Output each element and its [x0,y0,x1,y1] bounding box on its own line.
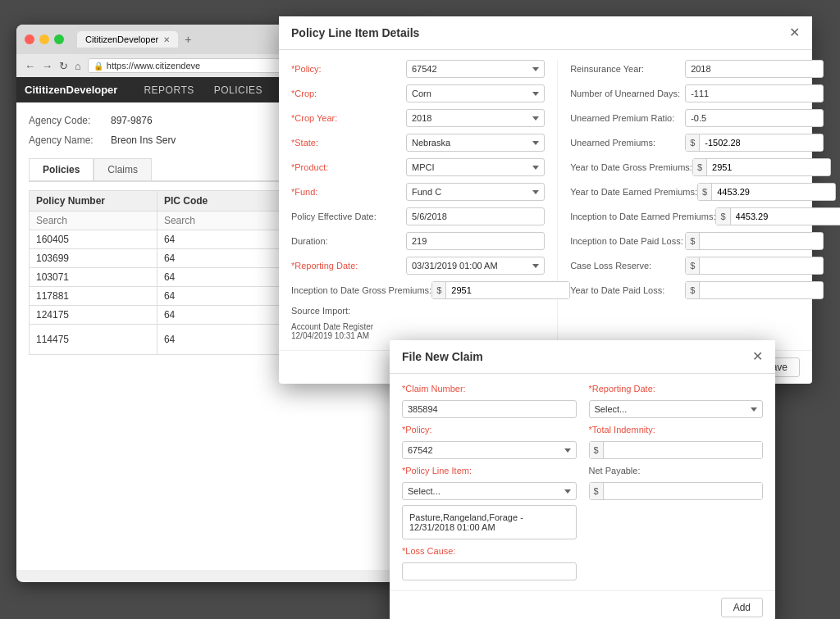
loss-cause-input[interactable] [402,562,577,580]
state-field-row: *State: Nebraska [291,134,545,152]
unearned-ratio-input[interactable] [685,109,824,127]
claim-policy-select[interactable]: 67542 [402,441,577,459]
claim-policy-row: *Policy: [402,425,577,435]
unearned-days-label: Number of Unearned Days: [570,89,685,98]
pic-code: 64 [157,287,283,306]
forward-button[interactable]: → [42,60,52,72]
unearned-premiums-label: Unearned Premiums: [570,138,685,148]
search-pic-input[interactable] [164,215,276,226]
claim-reporting-date-row: *Reporting Date: [589,384,764,394]
policy-link[interactable]: 114475 [30,325,158,355]
ytd-paid-row: Year to Date Paid Loss: $ [570,281,824,299]
search-policy-input[interactable] [36,215,150,226]
tab-label: CititizenDeveloper [85,34,158,44]
policy-link[interactable]: 103071 [30,268,158,287]
crop-select[interactable]: Corn [406,84,545,102]
policy-field-label: *Policy: [291,64,406,74]
back-button[interactable]: ← [25,60,35,72]
url-text: https://www.citizendeve [107,61,200,71]
policy-link[interactable]: 103699 [30,249,158,268]
product-select[interactable]: MPCI [406,158,545,176]
case-loss-value[interactable] [700,257,823,274]
maximize-traffic-light[interactable] [54,34,64,44]
unearned-premiums-row: Unearned Premiums: $ [570,134,824,152]
duration-input[interactable] [406,232,545,250]
ytd-earned-input: $ [697,183,836,201]
crop-year-field-row: *Crop Year: 2018 [291,109,545,127]
claim-modal-close-button[interactable]: ✕ [752,350,763,363]
reporting-date-select[interactable]: 03/31/2019 01:00 AM [406,257,545,275]
policy-link[interactable]: 117881 [30,287,158,306]
ytd-gross-label: Year to Date Gross Premiums: [570,162,692,172]
eff-date-input[interactable] [406,207,545,225]
refresh-button[interactable]: ↻ [59,60,68,72]
case-loss-label: Case Loss Reserve: [570,261,685,271]
new-tab-button[interactable]: + [185,33,191,46]
duration-field-row: Duration: [291,232,545,250]
policy-modal-title: Policy Line Item Details [291,26,419,39]
add-button[interactable]: Add [721,598,763,617]
policy-select[interactable]: 67542 [406,60,545,78]
ytd-gross-value[interactable] [707,159,830,175]
loss-cause-label: *Loss Cause: [402,546,517,556]
pic-code: 64 [157,249,283,268]
pic-code: 64 [157,268,283,287]
source-import-row: Source Import: [291,306,545,316]
claim-modal-title: File New Claim [402,350,483,363]
ytd-earned-value[interactable] [712,184,835,200]
dollar-sign: $ [686,282,700,298]
unearned-ratio-label: Unearned Premium Ratio: [570,113,685,123]
tab-close-icon[interactable]: ✕ [163,35,170,44]
inception-paid-value[interactable] [700,233,823,249]
net-payable-row: Net Payable: [589,466,764,476]
browser-tab[interactable]: CititizenDeveloper ✕ [77,31,178,48]
claim-reporting-date-select[interactable]: Select... [589,400,764,418]
dollar-sign: $ [716,208,730,225]
unearned-days-input[interactable] [685,84,824,102]
nav-reports[interactable]: REPORTS [134,78,203,102]
reinsurance-year-input[interactable] [685,60,824,78]
ytd-paid-value[interactable] [700,282,823,298]
total-indemnity-value[interactable] [604,442,762,458]
policy-modal-close-button[interactable]: ✕ [789,26,800,39]
agency-code-value: 897-9876 [111,115,153,126]
inception-earned-value[interactable] [731,208,840,225]
inception-paid-label: Inception to Date Paid Loss: [570,236,685,246]
account-date-label: Account Date Register [291,322,373,331]
claims-tab[interactable]: Claims [94,158,152,180]
policy-line-suggestion[interactable]: Pasture,Rangeland,Forage - 12/31/2018 01… [402,505,577,539]
total-indemnity-input: $ [589,441,764,459]
crop-field-row: *Crop: Corn [291,84,545,102]
ytd-gross-row: Year to Date Gross Premiums: $ [570,158,824,176]
ytd-gross-input: $ [692,158,831,176]
total-indemnity-label: *Total Indemnity: [589,425,704,435]
fund-select[interactable]: Fund C [406,183,545,201]
eff-date-field-row: Policy Effective Date: [291,207,545,225]
account-date-value: 12/04/2019 10:31 AM [291,331,369,340]
close-traffic-light[interactable] [25,34,34,44]
policy-modal-body: *Policy: 67542 *Crop: Corn *Crop Year: 2… [279,50,812,350]
state-select[interactable]: Nebraska [406,134,545,152]
net-payable-value[interactable] [604,483,762,499]
nav-policies[interactable]: POLICIES [204,78,272,102]
inception-gross-label: Inception to Date Gross Premiums: [291,285,431,295]
crop-year-select[interactable]: 2018 [406,109,545,127]
claim-number-input[interactable] [402,400,577,418]
policy-link[interactable]: 160405 [30,230,158,249]
minimize-traffic-light[interactable] [39,34,49,44]
unearned-premiums-value[interactable] [700,134,823,151]
reporting-date-field-row: *Reporting Date: 03/31/2019 01:00 AM [291,257,545,275]
dollar-sign: $ [590,483,604,499]
policy-line-select[interactable]: Select... [402,482,577,500]
home-button[interactable]: ⌂ [75,60,81,72]
inception-gross-row: Inception to Date Gross Premiums: $ [291,281,545,299]
reinsurance-year-label: Reinsurance Year: [570,64,685,74]
inception-gross-value[interactable] [446,282,569,298]
pic-code: 64 [157,230,283,249]
policy-modal-right: Reinsurance Year: Number of Unearned Day… [558,60,824,340]
crop-year-label: *Crop Year: [291,113,406,123]
claim-modal-header: File New Claim ✕ [390,340,775,374]
policies-tab[interactable]: Policies [29,158,94,180]
pic-code: 64 [157,325,283,355]
policy-link[interactable]: 124175 [30,306,158,325]
